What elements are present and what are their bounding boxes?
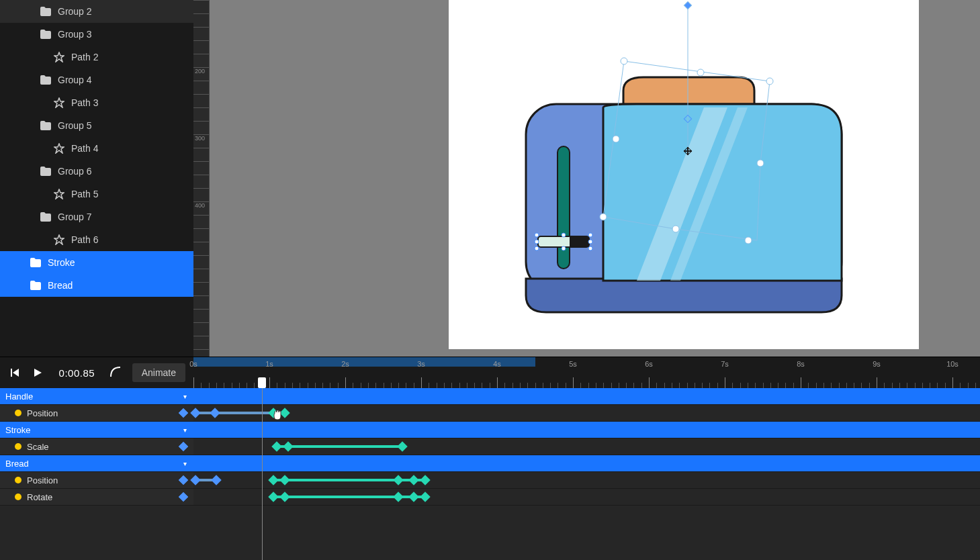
keyframe-diamond[interactable] [211,475,222,485]
folder-icon [40,6,51,17]
layer-item-group-3[interactable]: Group 3 [0,23,193,46]
track-lane[interactable] [193,388,980,404]
ruler-label: 7s [721,360,729,368]
track-label-bread[interactable]: Bread▾ [0,455,193,471]
ruler-label: 10s [946,360,959,368]
layer-item-group-4[interactable]: Group 4 [0,68,193,91]
layer-item-group-6[interactable]: Group 6 [0,160,193,183]
vertical-ruler: 200300400 [193,0,210,357]
layer-item-path-2[interactable]: Path 2 [0,46,193,68]
workarea-range[interactable] [193,357,535,367]
ruler-label: 0s [189,360,197,368]
collapse-caret-icon[interactable]: ▾ [183,460,187,467]
layer-item-group-7[interactable]: Group 7 [0,205,193,228]
layer-label: Path 3 [71,97,98,108]
track-lane[interactable] [193,455,980,471]
property-bullet-icon [15,410,21,416]
layer-item-group-2[interactable]: Group 2 [0,0,193,23]
keyframe-controls[interactable] [180,494,187,500]
folder-icon [40,212,51,222]
keyframe-segment[interactable] [277,445,402,448]
easing-button[interactable] [109,366,123,379]
layer-item-path-5[interactable]: Path 5 [0,183,193,205]
layer-item-stroke[interactable]: Stroke [0,251,193,274]
track-label-rotate[interactable]: Rotate [0,489,193,505]
keyframe-diamond[interactable] [283,441,294,452]
add-keyframe-icon[interactable] [179,408,188,418]
keyframe-diamond[interactable] [210,408,220,418]
keyframe-diamond[interactable] [279,475,290,485]
keyframe-controls[interactable] [180,443,187,450]
track-lane[interactable] [193,405,980,421]
track-label-handle[interactable]: Handle▾ [0,388,193,404]
keyframe-controls[interactable] [180,410,187,416]
svg-point-4 [588,233,592,237]
collapse-caret-icon[interactable]: ▾ [183,393,187,400]
folder-icon [40,166,51,177]
keyframe-diamond[interactable] [393,492,404,502]
keyframe-diamond[interactable] [408,492,419,502]
folder-icon [30,257,41,268]
timeline-panel: 0:00.85 Animate 0s1s2s3s4s5s6s7s8s9s10s … [0,357,980,560]
track-name: Bread [5,459,29,469]
add-keyframe-icon[interactable] [179,442,188,451]
collapse-caret-icon[interactable]: ▾ [183,426,187,434]
track-row: Stroke▾ [0,422,980,438]
bread-shape [623,77,754,107]
track-row: Handle▾ [0,388,980,405]
track-label-stroke[interactable]: Stroke▾ [0,422,193,438]
track-label-scale[interactable]: Scale [0,438,193,455]
add-keyframe-icon[interactable] [179,492,188,502]
play-button[interactable] [31,366,44,379]
svg-point-5 [535,240,539,244]
track-lane[interactable] [193,438,980,455]
layer-label: Stroke [48,257,75,268]
track-row: Position [0,472,980,489]
track-row: Bread▾ [0,455,980,472]
track-name: Rotate [27,492,52,502]
keyframe-controls[interactable] [180,477,187,483]
playhead[interactable] [258,377,266,388]
svg-point-2 [535,233,539,237]
track-lane[interactable] [193,472,980,488]
track-label-position[interactable]: Position [0,472,193,488]
artboard[interactable] [449,0,919,349]
folder-icon [40,75,51,85]
timecode-display[interactable]: 0:00.85 [54,367,100,379]
layer-label: Group 4 [58,75,92,85]
layer-item-group-5[interactable]: Group 5 [0,114,193,137]
ruler-mark: 400 [193,201,209,209]
track-row: Scale [0,438,980,455]
track-lane[interactable] [193,422,980,438]
layer-item-bread[interactable]: Bread [0,274,193,297]
keyframe-diamond[interactable] [420,475,431,485]
track-lane[interactable] [193,489,980,505]
ruler-label: 6s [645,360,653,368]
layers-panel: Group 2Group 3Path 2Group 4Path 3Group 5… [0,0,193,357]
add-keyframe-icon[interactable] [179,475,188,485]
layer-item-path-3[interactable]: Path 3 [0,91,193,114]
folder-icon [30,280,41,291]
layer-label: Bread [48,280,73,291]
layer-item-path-6[interactable]: Path 6 [0,228,193,251]
keyframe-diamond[interactable] [408,475,419,485]
svg-point-16 [600,214,607,220]
keyframe-diamond[interactable] [279,492,290,502]
keyframe-diamond[interactable] [268,475,279,485]
canvas-viewport[interactable] [210,0,980,357]
rewind-button[interactable] [8,366,21,379]
track-name: Position [27,408,58,418]
keyframe-diamond[interactable] [268,492,279,502]
keyframe-diamond[interactable] [420,492,431,502]
layer-item-path-4[interactable]: Path 4 [0,137,193,160]
folder-icon [40,120,51,131]
ruler-mark: 200 [193,67,209,75]
keyframe-diamond[interactable] [397,441,408,452]
time-ruler[interactable]: 0s1s2s3s4s5s6s7s8s9s10s [193,357,980,388]
ruler-label: 9s [873,360,881,368]
animate-mode-button[interactable]: Animate [132,363,185,382]
track-label-position[interactable]: Position [0,405,193,421]
keyframe-diamond[interactable] [393,475,404,485]
svg-point-9 [588,246,592,250]
keyframe-diamond[interactable] [272,441,283,452]
